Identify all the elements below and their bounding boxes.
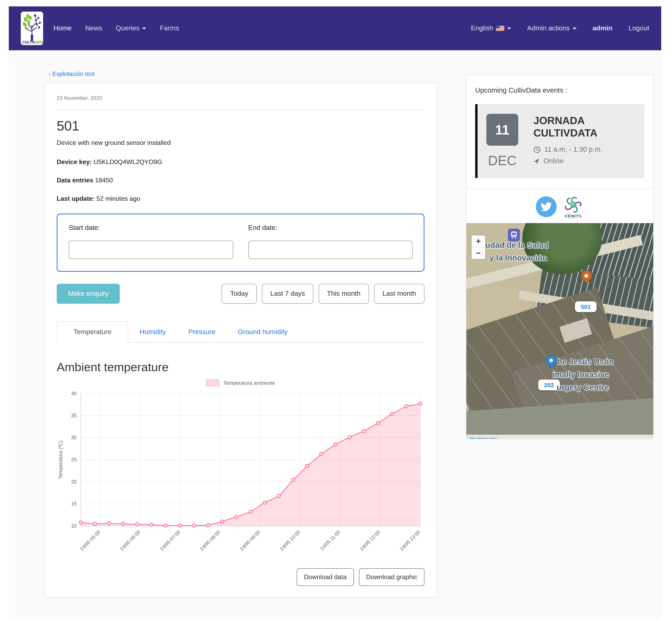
svg-text:30: 30 — [71, 435, 77, 440]
leaflet-map[interactable]: iudad de la Salud y la Innovación + − 50… — [466, 223, 653, 438]
svg-text:14/05 09:00: 14/05 09:00 — [239, 529, 261, 552]
admin-actions-label: Admin actions — [527, 24, 570, 32]
download-actions: Download data Download graphic — [57, 568, 425, 586]
make-enquiry-button[interactable]: Make enquiry — [57, 284, 120, 304]
last-update-row: Last update: 52 minutes ago — [57, 195, 425, 202]
date-range-fieldset: Start date: End date: — [57, 213, 425, 272]
app-page: CULTIV DATA Home News Queries Farms Engl… — [9, 6, 661, 620]
svg-text:14/05 11:00: 14/05 11:00 — [319, 529, 341, 552]
event-title: JORNADA CULTIVDATA — [533, 115, 637, 139]
svg-text:14/05 10:00: 14/05 10:00 — [279, 529, 301, 552]
nav-link-queries-label: Queries — [116, 24, 140, 32]
end-date-label: End date: — [248, 224, 412, 232]
data-entries-value: 18450 — [95, 177, 113, 183]
chevron-down-icon — [507, 27, 511, 29]
us-flag-icon — [496, 26, 504, 31]
device-description: Device with new ground sensor installed — [57, 139, 425, 147]
clock-icon — [533, 146, 541, 153]
mapbox-link[interactable]: Mapbox — [470, 437, 486, 438]
map-zoom-control: + − — [471, 235, 485, 259]
device-key-value: U5KLD0Q4WL2QYO9G — [94, 158, 162, 165]
nav-link-home[interactable]: Home — [53, 24, 72, 32]
device-key-label: Device key: — [57, 158, 92, 165]
event-day-badge: 11 — [486, 114, 518, 146]
twitter-icon[interactable] — [536, 196, 557, 217]
event-location-row: Online — [533, 157, 637, 166]
zoom-in-button[interactable]: + — [472, 235, 485, 248]
event-date-column: 11 DEC — [486, 114, 526, 169]
event-time: 11 a.m. - 1:30 p.m. — [544, 146, 602, 154]
svg-text:15: 15 — [71, 501, 77, 506]
nav-link-farms[interactable]: Farms — [160, 24, 179, 32]
chevron-down-icon — [573, 27, 577, 29]
logout-link[interactable]: Logout — [628, 24, 649, 32]
navbar: CULTIV DATA Home News Queries Farms Engl… — [9, 6, 661, 50]
event-time-row: 11 a.m. - 1:30 p.m. — [533, 146, 637, 154]
svg-text:CULTIV: CULTIV — [22, 40, 35, 44]
events-sidebar: Upcoming CultivData events : 11 DEC JORN… — [466, 75, 654, 439]
svg-text:14/05 08:00: 14/05 08:00 — [199, 529, 221, 552]
svg-text:25: 25 — [71, 457, 77, 462]
username-link[interactable]: admin — [593, 24, 613, 32]
nav-links: Home News Queries Farms — [53, 24, 179, 32]
start-date-label: Start date: — [69, 224, 233, 232]
start-date-group: Start date: — [69, 224, 233, 259]
cenits-logo[interactable]: CÉNITS — [563, 195, 584, 218]
social-links: CÉNITS — [466, 189, 653, 223]
divider — [57, 110, 425, 110]
svg-text:40: 40 — [71, 391, 77, 396]
map-place-label-juson-3: urgery Centre — [557, 383, 609, 392]
device-title: 501 — [57, 118, 425, 134]
chevron-down-icon — [142, 27, 146, 29]
cenits-wordmark: CÉNITS — [565, 214, 582, 218]
cultivdata-logo[interactable]: CULTIV DATA — [21, 11, 43, 45]
enquiry-actions: Make enquiry Today Last 7 days This mont… — [57, 284, 425, 304]
tab-pressure[interactable]: Pressure — [177, 322, 226, 343]
svg-text:14/05 07:00: 14/05 07:00 — [159, 529, 181, 552]
chart-legend[interactable]: Temperatura ambiente — [57, 380, 425, 386]
events-heading: Upcoming CultivData events : — [475, 86, 644, 95]
this-month-button[interactable]: This month — [319, 284, 369, 304]
svg-text:DATA: DATA — [34, 40, 43, 44]
start-date-input[interactable] — [69, 241, 233, 259]
end-date-group: End date: — [248, 224, 412, 259]
breadcrumb-label: Explotación test — [52, 70, 95, 77]
tab-humidity[interactable]: Humidity — [128, 322, 177, 343]
tab-ground-humidity[interactable]: Ground humidity — [226, 322, 299, 343]
device-card: 23 November, 2020 501 Device with new gr… — [44, 83, 437, 598]
svg-text:14/05 12:00: 14/05 12:00 — [359, 529, 381, 552]
event-card[interactable]: 11 DEC JORNADA CULTIVDATA 11 a.m. - 1:30… — [475, 104, 644, 178]
download-graphic-button[interactable]: Download graphic — [359, 568, 425, 586]
map-attribution: Leaflet | Map data © OpenStreetMap contr… — [466, 435, 653, 438]
map-place-label-innovacion: y la Innovación — [489, 253, 547, 262]
svg-text:14/05 13:00: 14/05 13:00 — [399, 529, 421, 552]
svg-text:Temperatura (ºC): Temperatura (ºC) — [58, 441, 63, 479]
legend-swatch — [206, 380, 219, 386]
last-7-days-button[interactable]: Last 7 days — [262, 284, 313, 304]
download-data-button[interactable]: Download data — [297, 568, 354, 586]
chevron-left-icon: ‹ — [49, 70, 51, 77]
admin-actions-menu[interactable]: Admin actions — [527, 24, 577, 32]
map-marker-label-501[interactable]: 501 — [575, 301, 597, 312]
tab-temperature[interactable]: Temperature — [57, 321, 128, 343]
device-key-row: Device key: U5KLD0Q4WL2QYO9G — [57, 158, 425, 166]
event-info-column: JORNADA CULTIVDATA 11 a.m. - 1:30 p.m. — [533, 114, 637, 169]
map-place-label-juson-1: he Jesús Usón — [557, 357, 614, 367]
zoom-out-button[interactable]: − — [472, 248, 485, 259]
map-place-label-juson-2: imally Invasive — [553, 370, 609, 379]
language-menu[interactable]: English — [471, 24, 511, 32]
nav-link-queries[interactable]: Queries — [116, 24, 146, 32]
temperature-chart: 1015202530354014/05 05:0014/05 06:0014/0… — [57, 387, 425, 563]
location-arrow-icon — [533, 158, 540, 165]
language-label: English — [471, 24, 493, 32]
today-button[interactable]: Today — [222, 284, 257, 304]
data-entries-label: Data entries — [57, 177, 93, 183]
event-month: DEC — [486, 153, 518, 169]
svg-text:20: 20 — [71, 479, 77, 484]
quick-range-buttons: Today Last 7 days This month Last month — [222, 284, 425, 304]
nav-link-news[interactable]: News — [85, 24, 102, 32]
event-location: Online — [544, 157, 563, 166]
measurement-tabs: Temperature Humidity Pressure Ground hum… — [57, 321, 425, 343]
end-date-input[interactable] — [248, 241, 412, 259]
last-month-button[interactable]: Last month — [374, 284, 425, 304]
